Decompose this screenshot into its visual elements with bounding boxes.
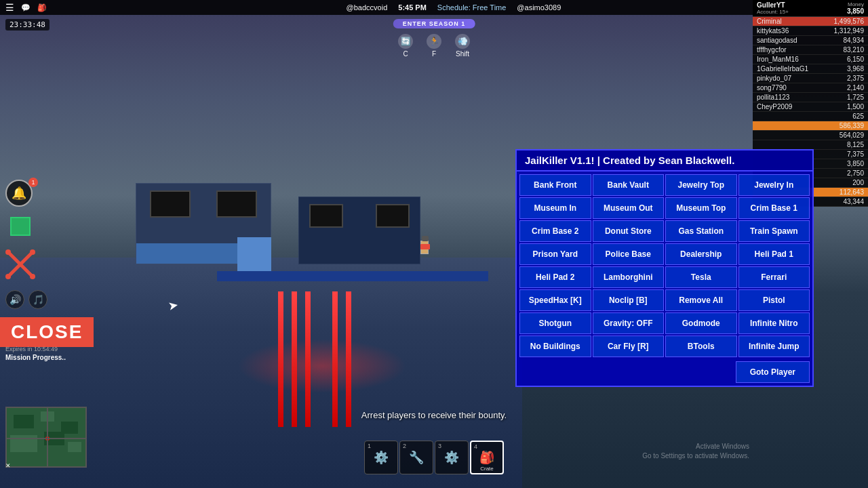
- jailkiller-btn-police-base[interactable]: Police Base: [593, 243, 665, 265]
- jailkiller-btn-ferrari[interactable]: Ferrari: [738, 266, 810, 288]
- menu-icon[interactable]: ☰: [5, 2, 14, 13]
- svg-rect-7: [14, 415, 34, 428]
- jailkiller-btn-noclip--b-[interactable]: Noclip [B]: [593, 289, 665, 311]
- jailkiller-btn-crim-base-1[interactable]: Crim Base 1: [738, 197, 810, 219]
- tools-icon[interactable]: [5, 249, 35, 279]
- jailkiller-title: JailKiller V1.1! | Created by Sean Black…: [517, 150, 812, 171]
- jailkiller-bottom: Goto Player: [517, 360, 812, 386]
- jailkiller-btn-lamborghini[interactable]: Lamborghini: [593, 266, 665, 288]
- jailkiller-panel: JailKiller V1.1! | Created by Sean Black…: [515, 149, 814, 387]
- ctrl-f-label: F: [432, 50, 436, 58]
- ctrl-c-label: C: [403, 50, 408, 58]
- ctrl-shift-icon: 💨: [455, 34, 470, 49]
- svg-rect-12: [68, 442, 81, 452]
- svg-point-4: [5, 274, 11, 279]
- chat-icon[interactable]: 💬: [21, 3, 31, 12]
- jailkiller-btn-remove-all[interactable]: Remove All: [665, 289, 737, 311]
- red-pillar-5: [346, 291, 351, 427]
- jailkiller-btn-jewelry-top[interactable]: Jewelry Top: [665, 174, 737, 196]
- jailkiller-btn-jewelry-in[interactable]: Jewelry In: [738, 174, 810, 196]
- lb-row: 1GabrielleIrbaG13,968: [753, 64, 868, 74]
- green-cube-icon[interactable]: [10, 217, 31, 236]
- hotbar: 1 ⚙️ 2 🔧 3 ⚙️ 4 🎒 Crate: [364, 441, 504, 474]
- right-username: @asimo3089: [517, 3, 561, 12]
- jailkiller-btn-pistol[interactable]: Pistol: [738, 289, 810, 311]
- char-controls: 🔄 C 🏃 F 💨 Shift: [398, 34, 470, 58]
- svg-point-5: [30, 274, 35, 279]
- lb-my-name: GullerYT: [757, 1, 789, 9]
- jailkiller-btn-btools[interactable]: BTools: [665, 336, 737, 357]
- mission-progress: Mission Progress..: [5, 354, 66, 361]
- red-glow: [237, 339, 407, 393]
- jailkiller-btn-tesla[interactable]: Tesla: [665, 266, 737, 288]
- minimap-close-btn[interactable]: ✕: [5, 462, 11, 469]
- lb-row: kittykats361,312,949: [753, 26, 868, 36]
- sound-on-icon[interactable]: 🔊: [5, 290, 24, 309]
- player-character: [420, 241, 429, 254]
- top-bar-left: ☰ 💬 🎒: [5, 2, 47, 13]
- red-pillar-2: [292, 291, 297, 427]
- lb-row: 586,339: [753, 121, 868, 131]
- ctrl-c-icon: 🔄: [398, 34, 413, 49]
- jailkiller-btn-shotgun[interactable]: Shotgun: [519, 312, 591, 334]
- lb-row: pinkydo_072,375: [753, 74, 868, 83]
- jailkiller-btn-infinite-jump[interactable]: Infinite Jump: [738, 336, 810, 357]
- schedule-label: Schedule: Free Time: [437, 3, 507, 12]
- jailkiller-btn-bank-front[interactable]: Bank Front: [519, 174, 591, 196]
- jailkiller-btn-heli-pad-2[interactable]: Heli Pad 2: [519, 266, 591, 288]
- lb-account: Account: 15+: [757, 9, 789, 15]
- jailkiller-btn-museum-in[interactable]: Museum In: [519, 197, 591, 219]
- top-bar-center: @badccvoid 5:45 PM Schedule: Free Time @…: [347, 3, 561, 12]
- jailkiller-btn-gravity:-off[interactable]: Gravity: OFF: [593, 312, 665, 334]
- blue-box: [237, 237, 271, 271]
- music-icon[interactable]: 🎵: [28, 290, 47, 309]
- jailkiller-btn-car-fly--r-[interactable]: Car Fly [R]: [593, 336, 665, 357]
- close-button[interactable]: CLOSE: [0, 317, 94, 347]
- ctrl-shift: 💨 Shift: [455, 34, 470, 58]
- jailkiller-btn-no-buildings[interactable]: No Buildings: [519, 336, 591, 357]
- lb-header: GullerYT Account: 15+ Money 3,850: [753, 0, 868, 17]
- lb-my-money: 3,850: [847, 7, 864, 15]
- lb-row: CheyP20091,500: [753, 102, 868, 112]
- bag-icon[interactable]: 🎒: [37, 3, 47, 12]
- jailkiller-btn-infinite-nitro[interactable]: Infinite Nitro: [738, 312, 810, 334]
- time-display: 5:45 PM: [398, 3, 427, 12]
- notification-count: 1: [28, 178, 38, 187]
- jailkiller-btn-crim-base-2[interactable]: Crim Base 2: [519, 220, 591, 242]
- jailkiller-btn-bank-vault[interactable]: Bank Vault: [593, 174, 665, 196]
- ctrl-shift-label: Shift: [456, 50, 469, 58]
- svg-point-3: [30, 249, 35, 255]
- svg-point-2: [5, 249, 11, 255]
- jailkiller-btn-museum-top[interactable]: Museum Top: [665, 197, 737, 219]
- lb-row: Iron_ManM166,150: [753, 55, 868, 64]
- lb-money-label: Money: [847, 1, 864, 7]
- season-banner: ENTER SEASON 1: [393, 19, 475, 28]
- jailkiller-btn-gas-station[interactable]: Gas Station: [665, 220, 737, 242]
- hotbar-slot-3[interactable]: 3 ⚙️: [435, 441, 469, 474]
- left-username: @badccvoid: [347, 3, 388, 12]
- hotbar-slot-4[interactable]: 4 🎒 Crate: [470, 441, 504, 474]
- jailkiller-btn-speedhax--k-[interactable]: SpeedHax [K]: [519, 289, 591, 311]
- goto-player-button[interactable]: Goto Player: [736, 361, 810, 383]
- jailkiller-btn-godmode[interactable]: Godmode: [665, 312, 737, 334]
- jailkiller-btn-dealership[interactable]: Dealership: [665, 243, 737, 265]
- hotbar-slot-2[interactable]: 2 🔧: [399, 441, 433, 474]
- game-building-2: [298, 197, 420, 264]
- win-activate-line2: Go to Settings to activate Windows.: [642, 451, 749, 461]
- jailkiller-btn-museum-out[interactable]: Museum Out: [593, 197, 665, 219]
- top-bar: ☰ 💬 🎒 @badccvoid 5:45 PM Schedule: Free …: [0, 0, 868, 15]
- jailkiller-btn-train-spawn[interactable]: Train Spawn: [738, 220, 810, 242]
- game-timer: 23:33:48: [5, 19, 50, 30]
- jailkiller-btn-donut-store[interactable]: Donut Store: [593, 220, 665, 242]
- windows-activate: Activate Windows Go to Settings to activ…: [642, 442, 749, 461]
- ctrl-f-icon: 🏃: [427, 34, 441, 49]
- lb-row: 8,125: [753, 140, 868, 150]
- lb-row: pollita11231,725: [753, 93, 868, 102]
- win-activate-line1: Activate Windows: [642, 442, 749, 451]
- jailkiller-btn-heli-pad-1[interactable]: Heli Pad 1: [738, 243, 810, 265]
- red-pillar-3: [305, 291, 311, 427]
- jailkiller-btn-prison-yard[interactable]: Prison Yard: [519, 243, 591, 265]
- red-pillar-1: [278, 291, 283, 427]
- hotbar-slot-1[interactable]: 1 ⚙️: [364, 441, 398, 474]
- expires-label: Expires in 10:54:49: [5, 346, 58, 352]
